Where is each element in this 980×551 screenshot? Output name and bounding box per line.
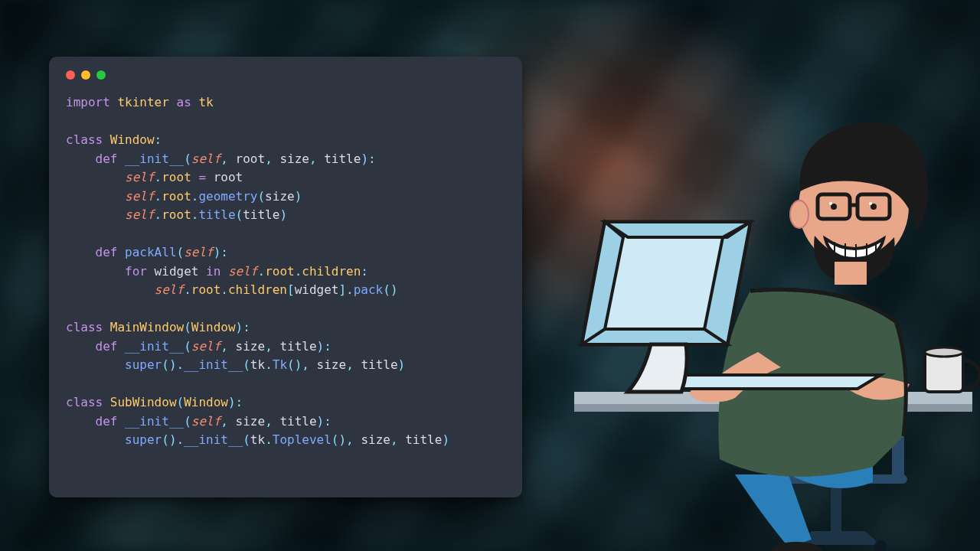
window-traffic-lights (66, 70, 505, 80)
head (790, 122, 928, 285)
svg-rect-2 (925, 352, 963, 392)
chair-post (831, 484, 841, 537)
class-subwindow: SubWindow (110, 395, 177, 409)
maximize-icon[interactable] (96, 70, 106, 80)
svg-point-10 (829, 202, 832, 205)
keyword-class: class (66, 132, 103, 147)
keyword-def: def (96, 152, 118, 166)
class-mainwindow: MainWindow (110, 320, 184, 334)
method-packall: packAll (125, 245, 176, 259)
alias-tk: tk (198, 95, 213, 109)
mug (925, 347, 980, 392)
svg-point-11 (869, 202, 872, 205)
code-block: import tkinter as tk class Window: def _… (66, 93, 505, 450)
svg-rect-18 (835, 262, 867, 285)
pants (735, 474, 812, 547)
programmer-illustration (521, 92, 980, 551)
svg-point-3 (925, 347, 963, 357)
method-init: __init__ (125, 152, 184, 166)
monitor-stand (628, 344, 687, 392)
class-window: Window (110, 132, 155, 147)
keyboard (658, 375, 880, 389)
keyword-import: import (66, 95, 110, 109)
minimize-icon[interactable] (81, 70, 90, 80)
svg-point-17 (790, 201, 808, 228)
module-tkinter: tkinter (117, 95, 168, 109)
close-icon[interactable] (66, 70, 75, 80)
keyword-as: as (177, 95, 191, 109)
code-window: import tkinter as tk class Window: def _… (49, 57, 522, 497)
